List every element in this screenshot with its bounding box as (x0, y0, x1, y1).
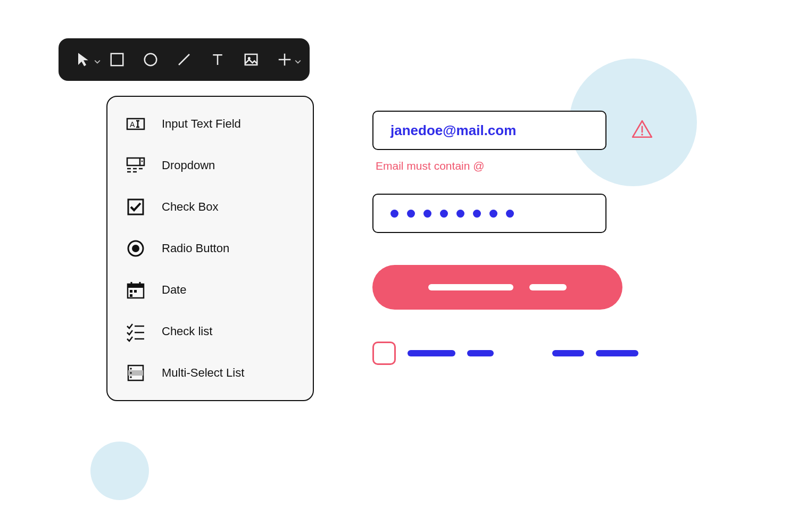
line-tool[interactable] (175, 50, 194, 69)
menu-item-date[interactable]: Date (123, 278, 297, 302)
login-form-preview: janedoe@mail.com Email must contain @ (372, 111, 622, 365)
svg-text:A: A (130, 120, 135, 129)
circle-icon (143, 52, 159, 68)
svg-point-32 (130, 368, 132, 370)
menu-item-label: Dropdown (162, 159, 215, 172)
menu-item-radio[interactable]: Radio Button (123, 236, 297, 261)
email-value: janedoe@mail.com (390, 122, 516, 139)
square-icon (109, 52, 125, 68)
svg-rect-21 (128, 284, 144, 288)
svg-rect-0 (111, 54, 123, 66)
drawing-toolbar (59, 38, 310, 81)
submit-button[interactable] (372, 265, 622, 310)
menu-item-checklist[interactable]: Check list (123, 319, 297, 344)
pointer-icon (76, 52, 92, 68)
chevron-down-icon (295, 57, 301, 67)
form-elements-menu: A Input Text Field Dropdown Check Box Ra… (106, 96, 314, 401)
svg-rect-24 (130, 290, 132, 293)
svg-rect-26 (130, 294, 132, 297)
checkbox-icon (123, 195, 148, 219)
button-text-placeholder (529, 284, 567, 290)
chevron-down-icon (94, 57, 101, 67)
svg-point-33 (130, 372, 132, 374)
link-placeholder[interactable] (552, 350, 584, 356)
menu-item-label: Radio Button (162, 242, 229, 255)
dropdown-icon (123, 153, 148, 178)
label-placeholder (467, 350, 494, 356)
svg-rect-10 (127, 158, 144, 165)
date-icon (123, 278, 148, 302)
warning-icon (631, 118, 653, 143)
ellipse-tool[interactable] (142, 50, 160, 69)
menu-item-multiselect[interactable]: Multi-Select List (123, 361, 297, 385)
input-text-icon: A (123, 112, 148, 136)
remember-checkbox-row (372, 342, 638, 365)
menu-item-checkbox[interactable]: Check Box (123, 195, 297, 219)
radio-icon (123, 236, 148, 261)
decorative-circle-bottom (90, 442, 149, 500)
menu-item-dropdown[interactable]: Dropdown (123, 153, 297, 178)
menu-item-label: Multi-Select List (162, 366, 244, 380)
password-field[interactable] (372, 194, 606, 233)
add-tool[interactable] (275, 50, 294, 69)
password-dots (390, 210, 514, 218)
label-placeholder (408, 350, 455, 356)
checkbox[interactable] (372, 342, 396, 365)
svg-line-2 (179, 54, 189, 65)
svg-point-19 (132, 245, 139, 252)
multiselect-icon (123, 361, 148, 385)
menu-item-label: Date (162, 283, 186, 297)
menu-item-label: Check list (162, 325, 212, 338)
email-field[interactable]: janedoe@mail.com (372, 111, 606, 150)
pointer-tool[interactable] (74, 50, 93, 69)
svg-point-1 (145, 54, 157, 66)
svg-rect-3 (245, 54, 257, 65)
button-text-placeholder (428, 284, 513, 290)
menu-item-input-text[interactable]: A Input Text Field (123, 112, 297, 136)
checklist-icon (123, 319, 148, 344)
link-placeholder[interactable] (596, 350, 638, 356)
svg-rect-25 (134, 290, 137, 293)
rectangle-tool[interactable] (108, 50, 127, 69)
menu-item-label: Input Text Field (162, 117, 241, 131)
image-icon (243, 52, 259, 68)
plus-icon (277, 52, 293, 68)
menu-item-label: Check Box (162, 200, 218, 214)
text-icon (210, 52, 226, 68)
text-tool[interactable] (208, 50, 227, 69)
line-icon (176, 52, 192, 68)
svg-point-36 (641, 134, 643, 136)
email-error-message: Email must contain @ (372, 160, 622, 172)
image-tool[interactable] (242, 50, 260, 69)
svg-point-34 (130, 376, 132, 378)
